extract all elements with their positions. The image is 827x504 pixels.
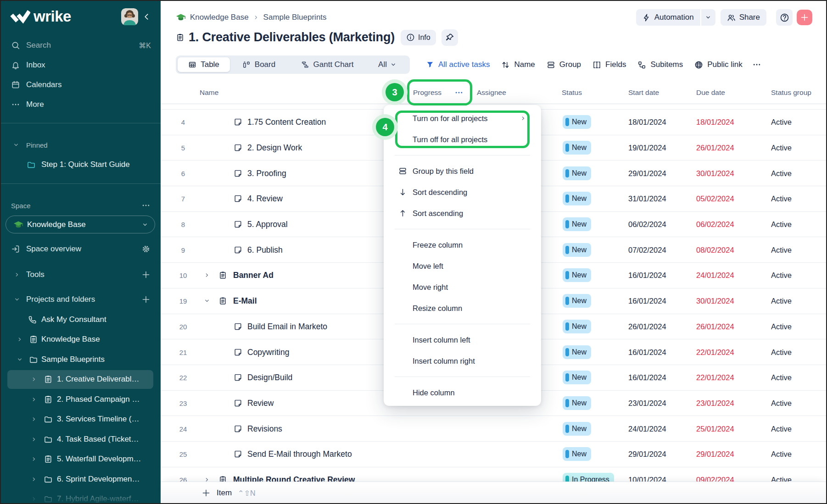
- tree-expand-toggle[interactable]: [31, 396, 37, 403]
- sidebar-collapse-button[interactable]: [142, 12, 151, 23]
- subitems-button[interactable]: Subitems: [637, 60, 683, 69]
- start-date-cell[interactable]: 16/01/2024: [628, 297, 666, 305]
- sidebar-tree-item[interactable]: 1. Creative Deliverabl…: [0, 370, 161, 390]
- pinned-section-header[interactable]: Pinned: [0, 138, 161, 152]
- sidebar-tree-item[interactable]: 7. Hybrid Agile-waterf…: [0, 489, 161, 504]
- public-link-button[interactable]: Public link: [694, 60, 743, 69]
- start-date-cell[interactable]: 29/01/2024: [628, 169, 666, 177]
- start-date-cell[interactable]: 26/01/2024: [628, 322, 666, 331]
- wrike-logo[interactable]: [10, 10, 30, 26]
- status-badge[interactable]: New: [563, 422, 591, 436]
- table-row[interactable]: 26 Multiple Round Creative Review In Pro…: [161, 467, 827, 482]
- table-row[interactable]: 24 Revisions New 24/01/2024 25/01/2024 A…: [161, 416, 827, 442]
- start-date-cell[interactable]: 18/01/2024: [628, 118, 666, 127]
- due-date-cell[interactable]: 09/02/2024: [696, 475, 734, 482]
- status-badge[interactable]: New: [563, 447, 591, 461]
- due-date-cell[interactable]: 23/01/2024: [696, 399, 734, 407]
- tree-expand-toggle[interactable]: [31, 456, 37, 462]
- chevron-down-icon-wrap[interactable]: [14, 296, 20, 303]
- space-settings-gear[interactable]: [141, 244, 151, 254]
- menu-item[interactable]: Group by this field: [384, 161, 541, 182]
- sort-button[interactable]: Name: [501, 60, 535, 69]
- start-date-cell[interactable]: 31/01/2024: [628, 194, 666, 203]
- start-date-cell[interactable]: 06/02/2024: [628, 220, 666, 229]
- tree-expand-toggle[interactable]: [17, 336, 23, 343]
- info-button[interactable]: Info: [401, 30, 436, 45]
- menu-item[interactable]: Move right: [384, 277, 541, 298]
- status-badge[interactable]: New: [563, 243, 591, 257]
- sidebar-item-inbox[interactable]: Inbox: [0, 55, 161, 75]
- space-options-button[interactable]: [141, 201, 151, 210]
- tree-expand-toggle[interactable]: [31, 476, 37, 482]
- due-date-cell[interactable]: 05/02/2024: [696, 194, 734, 203]
- sidebar-item-search[interactable]: Search ⌘K: [0, 35, 161, 55]
- due-date-cell[interactable]: 26/01/2024: [696, 322, 734, 331]
- status-badge[interactable]: New: [563, 268, 591, 282]
- add-tool-button[interactable]: [141, 270, 151, 279]
- menu-item[interactable]: Resize column: [384, 298, 541, 319]
- sidebar-section-projects[interactable]: Projects and folders: [0, 291, 161, 308]
- space-selector[interactable]: Knowledge Base: [6, 216, 155, 233]
- expand-toggle[interactable]: [204, 476, 210, 482]
- column-header-start-date[interactable]: Start date: [628, 89, 659, 97]
- status-badge[interactable]: New: [563, 217, 591, 231]
- due-date-cell[interactable]: 30/01/2024: [696, 297, 734, 305]
- due-date-cell[interactable]: 24/01/2024: [696, 271, 734, 280]
- menu-item[interactable]: Sort ascending: [384, 203, 541, 224]
- avatar[interactable]: [121, 8, 138, 25]
- status-badge[interactable]: New: [563, 294, 591, 308]
- due-date-cell[interactable]: 06/02/2024: [696, 220, 734, 229]
- menu-item[interactable]: Freeze column: [384, 234, 541, 255]
- start-date-cell[interactable]: 16/01/2024: [628, 348, 666, 356]
- menu-item[interactable]: Turn off for all projects: [384, 129, 541, 150]
- status-badge[interactable]: New: [563, 345, 591, 359]
- start-date-cell[interactable]: 29/01/2024: [628, 450, 666, 459]
- menu-item[interactable]: Hide column: [384, 382, 541, 403]
- start-date-cell[interactable]: 16/01/2024: [628, 373, 666, 382]
- start-date-cell[interactable]: 23/01/2024: [628, 399, 666, 407]
- breadcrumb-item[interactable]: Sample Blueprints: [263, 13, 327, 22]
- automation-dropdown-button[interactable]: [701, 9, 715, 26]
- status-badge[interactable]: New: [563, 320, 591, 333]
- due-date-cell[interactable]: 29/01/2024: [696, 450, 734, 459]
- column-header-due-date[interactable]: Due date: [696, 89, 725, 97]
- sidebar-section-tools[interactable]: Tools: [0, 266, 161, 283]
- chevron-down-icon-wrap[interactable]: [13, 142, 19, 148]
- sidebar-item-quick-start-guide[interactable]: Step 1: Quick Start Guide: [0, 155, 161, 174]
- menu-item[interactable]: Move left: [384, 255, 541, 277]
- due-date-cell[interactable]: 08/02/2024: [696, 245, 734, 254]
- view-scope-dropdown[interactable]: All: [367, 57, 408, 72]
- share-button[interactable]: Share: [721, 9, 766, 26]
- toolbar-more-button[interactable]: [752, 60, 761, 69]
- tab-table[interactable]: Table: [178, 57, 230, 72]
- due-date-cell[interactable]: 22/01/2024: [696, 373, 734, 382]
- sidebar-item-more[interactable]: More: [0, 94, 161, 114]
- expand-toggle[interactable]: [204, 272, 210, 278]
- tree-expand-toggle[interactable]: [31, 496, 37, 502]
- expand-toggle[interactable]: [204, 298, 210, 304]
- sidebar-item-calendars[interactable]: Calendars: [0, 75, 161, 94]
- status-badge[interactable]: New: [563, 371, 591, 384]
- add-item-button[interactable]: Item ⌃⇧N: [201, 488, 255, 498]
- pin-button[interactable]: [441, 29, 458, 46]
- menu-item[interactable]: Sort descending: [384, 182, 541, 203]
- create-button[interactable]: [797, 10, 812, 25]
- sidebar-tree-item[interactable]: 2. Phased Campaign …: [0, 389, 161, 410]
- start-date-cell[interactable]: 10/01/2024: [628, 475, 666, 482]
- due-date-cell[interactable]: 30/01/2024: [696, 169, 734, 177]
- breadcrumb-item[interactable]: Knowledge Base: [190, 13, 249, 22]
- column-header-name[interactable]: Name: [200, 89, 218, 97]
- due-date-cell[interactable]: 26/01/2024: [696, 144, 734, 152]
- fields-button[interactable]: Fields: [592, 60, 626, 69]
- chevron-right-icon-wrap[interactable]: [14, 271, 20, 278]
- column-menu-button[interactable]: [454, 88, 464, 97]
- sidebar-tree-item[interactable]: 3. Services Timeline (…: [0, 410, 161, 430]
- column-header-progress[interactable]: Progress: [413, 89, 441, 97]
- tree-expand-toggle[interactable]: [31, 416, 37, 422]
- sidebar-tree-item[interactable]: 4. Task Based (Ticket…: [0, 429, 161, 449]
- column-header-status-group[interactable]: Status group: [771, 89, 811, 97]
- start-date-cell[interactable]: 24/01/2024: [628, 424, 666, 433]
- sidebar-tree-item[interactable]: 6. Sprint Developmen…: [0, 469, 161, 489]
- automation-button[interactable]: Automation: [636, 9, 700, 26]
- tree-expand-toggle[interactable]: [17, 356, 23, 363]
